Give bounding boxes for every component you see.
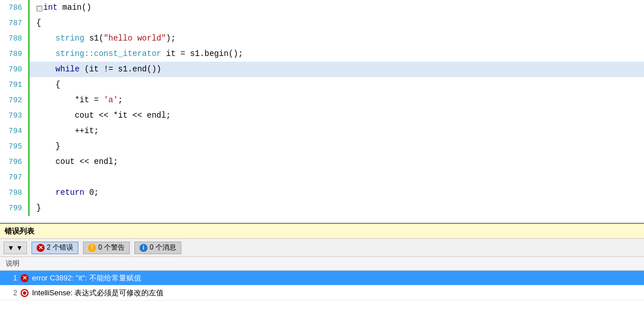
code-line-798: 798 return 0; <box>0 185 644 200</box>
error-row-num: 1 <box>3 274 17 282</box>
error-toolbar: ▼ ▼ ✕ 2 个错误 ! 0 个警告 i 0 个消息 <box>0 239 644 257</box>
code-line-791: 791 { <box>0 77 644 93</box>
code-line-794: 794 ++it; <box>0 123 644 139</box>
token-fn-black: 0; <box>85 188 99 197</box>
line-number-793: 793 <box>0 108 29 123</box>
error-row-description: error C3892: "it": 不能给常量赋值 <box>32 273 641 283</box>
token-fn-black: ; <box>118 95 122 105</box>
collapse-icon[interactable]: □ <box>37 6 42 11</box>
error-icon: ✕ <box>21 274 29 282</box>
error-panel: 错误列表 ▼ ▼ ✕ 2 个错误 ! 0 个警告 i 0 个消息 说明 1✕er… <box>0 223 644 300</box>
line-code-791: { <box>29 77 644 93</box>
line-code-799: } <box>29 200 644 216</box>
line-code-789: string::const_iterator it = s1.begin(); <box>29 46 644 62</box>
token-fn-black: (it != s1.end()) <box>79 65 161 74</box>
error-row-icon <box>21 289 29 297</box>
error-row-num: 2 <box>3 289 17 297</box>
token-fn-black: cout << endl; <box>55 157 118 166</box>
token-fn-black: s1( <box>85 34 104 43</box>
indent-space <box>37 34 56 43</box>
line-number-792: 792 <box>0 93 29 108</box>
token-fn-black: } <box>37 203 41 212</box>
intellisense-icon <box>21 289 29 297</box>
token-fn-black: it = s1.begin(); <box>161 49 243 58</box>
code-line-799: 799} <box>0 200 644 216</box>
warning-count-label: 0 个警告 <box>98 243 125 252</box>
error-row-1[interactable]: 1✕error C3892: "it": 不能给常量赋值 <box>0 271 644 286</box>
code-table: 786□int main()787{788 string s1("hello w… <box>0 0 644 216</box>
code-line-786: 786□int main() <box>0 0 644 15</box>
token-fn-black: main() <box>58 3 92 12</box>
token-str-red: 'a' <box>104 95 118 105</box>
warning-count-badge[interactable]: ! 0 个警告 <box>83 242 130 254</box>
filter-icon: ▼ <box>7 244 14 252</box>
info-count-label: 0 个消息 <box>150 243 176 252</box>
line-number-787: 787 <box>0 15 29 31</box>
error-count-label: 2 个错误 <box>47 243 73 252</box>
indent-space <box>37 95 75 105</box>
token-fn-black: ); <box>166 34 176 43</box>
indent-space <box>37 49 56 58</box>
indent-space <box>37 126 75 135</box>
filter-button[interactable]: ▼ ▼ <box>3 242 27 254</box>
info-icon: i <box>140 244 148 252</box>
col-description-header: 说明 <box>3 259 347 268</box>
line-code-793: cout << *it << endl; <box>29 108 644 123</box>
error-row-icon: ✕ <box>21 274 29 282</box>
error-rows: 1✕error C3892: "it": 不能给常量赋值2IntelliSens… <box>0 271 644 300</box>
line-number-794: 794 <box>0 123 29 139</box>
line-number-795: 795 <box>0 139 29 154</box>
error-icon: ✕ <box>37 244 45 252</box>
code-line-788: 788 string s1("hello world"); <box>0 31 644 46</box>
line-code-795: } <box>29 139 644 154</box>
code-line-792: 792 *it = 'a'; <box>0 93 644 108</box>
line-number-790: 790 <box>0 62 29 77</box>
warning-icon: ! <box>88 244 96 252</box>
indent-space <box>37 80 56 89</box>
line-code-794: ++it; <box>29 123 644 139</box>
error-row-description: IntelliSense: 表达式必须是可修改的左值 <box>32 288 641 298</box>
indent-space <box>37 65 56 74</box>
line-code-790: while (it != s1.end()) <box>29 62 644 77</box>
code-line-796: 796 cout << endl; <box>0 154 644 170</box>
error-panel-header: 错误列表 <box>0 224 644 239</box>
line-code-792: *it = 'a'; <box>29 93 644 108</box>
line-number-798: 798 <box>0 185 29 200</box>
indent-space <box>37 157 56 166</box>
line-code-787: { <box>29 15 644 31</box>
token-fn-black: *it = <box>75 95 104 105</box>
code-line-795: 795 } <box>0 139 644 154</box>
token-str-red: "hello world" <box>104 34 166 43</box>
token-fn-black: { <box>55 80 60 89</box>
code-line-793: 793 cout << *it << endl; <box>0 108 644 123</box>
code-line-787: 787{ <box>0 15 644 31</box>
code-line-797: 797 <box>0 170 644 185</box>
token-fn-black: } <box>55 142 60 151</box>
line-number-786: 786 <box>0 0 29 15</box>
error-panel-title: 错误列表 <box>5 226 34 236</box>
line-number-797: 797 <box>0 170 29 185</box>
line-number-788: 788 <box>0 31 29 46</box>
code-editor: 786□int main()787{788 string s1("hello w… <box>0 0 644 223</box>
token-kw-teal: string::const_iterator <box>55 49 161 58</box>
token-kw-blue: int <box>43 3 58 12</box>
error-row-2[interactable]: 2IntelliSense: 表达式必须是可修改的左值 <box>0 286 644 300</box>
line-number-789: 789 <box>0 46 29 62</box>
indent-space <box>37 142 56 151</box>
line-number-799: 799 <box>0 200 29 216</box>
filter-dropdown-icon: ▼ <box>16 244 23 252</box>
error-count-badge[interactable]: ✕ 2 个错误 <box>31 242 78 254</box>
token-kw-blue: return <box>55 188 84 197</box>
line-number-791: 791 <box>0 77 29 93</box>
token-fn-black: ++it; <box>75 126 99 135</box>
line-code-798: return 0; <box>29 185 644 200</box>
info-count-badge[interactable]: i 0 个消息 <box>134 242 181 254</box>
indent-space <box>37 188 56 197</box>
token-fn-black: { <box>37 18 41 27</box>
code-line-789: 789 string::const_iterator it = s1.begin… <box>0 46 644 62</box>
line-code-797 <box>29 170 644 185</box>
token-kw-teal: string <box>55 34 84 43</box>
line-number-796: 796 <box>0 154 29 170</box>
code-line-790: 790 while (it != s1.end()) <box>0 62 644 77</box>
line-code-796: cout << endl; <box>29 154 644 170</box>
